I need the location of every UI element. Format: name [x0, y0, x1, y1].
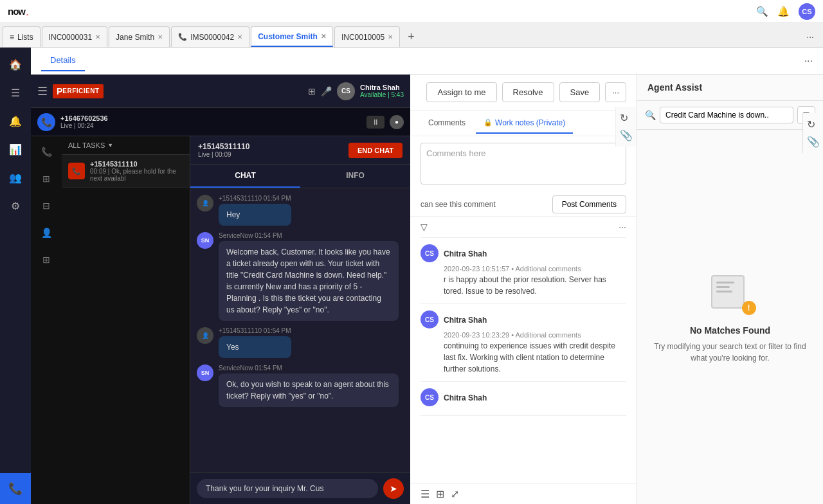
attachment-icon[interactable]: 📎 [620, 129, 633, 141]
msg-bubble-3: Yes [219, 336, 291, 358]
nav-phone-button[interactable]: 📞 [0, 473, 31, 504]
tab-inc0010005[interactable]: INC0010005 ✕ [334, 26, 400, 47]
task-icon: 📞 [68, 163, 85, 179]
send-message-button[interactable]: ➤ [383, 478, 404, 499]
nav-analytics[interactable]: 📊 [3, 136, 28, 162]
comments-textarea[interactable]: Comments here [421, 143, 626, 184]
agent-assist-search-input[interactable] [660, 107, 793, 123]
lists-icon: ≡ [10, 33, 14, 42]
msg-avatar-1: 👤 [197, 195, 213, 212]
hamburger-icon[interactable]: ☰ [37, 84, 48, 98]
details-more-button[interactable]: ··· [804, 55, 813, 67]
feed-avatar-1: CS [421, 244, 439, 262]
action-buttons-row: Assign to me Resolve Save ··· ↻ 📎 [410, 75, 637, 111]
tab-close-customer-smith[interactable]: ✕ [321, 33, 326, 40]
tab-jane-smith[interactable]: Jane Smith ✕ [109, 26, 170, 47]
grid-view-icon[interactable]: ⊞ [436, 488, 444, 500]
msg-avatar-2: SN [197, 232, 213, 249]
save-button[interactable]: Save [559, 82, 601, 102]
phone-widget-topbar: ☰ P ERFICIENT ⊞ 🎤 CS Chitra Shah Availab… [31, 75, 410, 108]
message-group-1: 👤 +15145311110 01:54 PM Hey [197, 195, 404, 226]
task-item[interactable]: 📞 +15145311110 00:09 | Ok, please hold f… [62, 155, 190, 188]
nav-home[interactable]: 🏠 [3, 51, 28, 77]
all-tasks-header[interactable]: ALL TASKS ▼ [62, 136, 190, 155]
agent-info-widget: Chitra Shah Available | 5:43 [360, 84, 404, 98]
feed-filter-bar: ▽ ··· [421, 217, 626, 238]
messages-area: 👤 +15145311110 01:54 PM Hey [190, 188, 410, 473]
left-nav: 🏠 ☰ 🔔 📊 👥 ⚙ 📞 [0, 48, 31, 504]
resolve-button[interactable]: Resolve [502, 82, 554, 102]
can-see-label: can see this comment [421, 200, 496, 209]
add-tab-button[interactable]: + [401, 26, 421, 47]
tab-ims0000042[interactable]: 📞 IMS0000042 ✕ [171, 26, 249, 47]
widget-nav-phone[interactable]: 📞 [33, 139, 59, 165]
tab-close-ims0000042[interactable]: ✕ [237, 33, 242, 40]
right-side-icons: ↻ 📎 [615, 107, 637, 147]
more-actions-button[interactable]: ··· [605, 82, 626, 102]
feed-item-2: CS Chitra Shah 2020-09-23 10:23:29 • Add… [421, 304, 626, 382]
tab-close-jane-smith[interactable]: ✕ [158, 33, 163, 40]
search-icon[interactable]: 🔍 [756, 6, 768, 17]
tab-customer-smith[interactable]: Customer Smith ✕ [251, 26, 333, 47]
nav-menu[interactable]: ☰ [3, 80, 28, 105]
lock-icon: 🔒 [484, 118, 493, 127]
no-matches-title: No Matches Found [690, 325, 770, 336]
nav-settings[interactable]: ⚙ [3, 193, 28, 219]
nav-alerts[interactable]: 🔔 [3, 108, 28, 134]
widget-nav-person[interactable]: 👤 [33, 220, 59, 246]
details-tab[interactable]: Details [41, 50, 85, 71]
comments-area: Comments here [410, 136, 637, 193]
filter-icon[interactable]: ▽ [421, 222, 428, 232]
notes-tabs: Comments 🔒 Work notes (Private) [410, 111, 637, 136]
list-view-icon[interactable]: ☰ [421, 488, 430, 500]
task-number: +15145311110 [90, 160, 183, 168]
grid-icon[interactable]: ⊞ [308, 86, 316, 96]
comments-tab[interactable]: Comments [421, 113, 473, 134]
nav-contacts[interactable]: 👥 [3, 165, 28, 190]
worknotes-tab[interactable]: 🔒 Work notes (Private) [476, 113, 573, 134]
notification-icon[interactable]: 🔔 [777, 6, 790, 17]
tab-close-inc0000031[interactable]: ✕ [95, 33, 100, 40]
widget-nav-grid2[interactable]: ⊞ [33, 247, 59, 273]
user-avatar-icon[interactable]: CS [799, 3, 815, 20]
no-matches-illustration: ! [705, 270, 756, 315]
feed-more-icon[interactable]: ··· [619, 222, 626, 232]
call-phone-button[interactable]: 📞 [37, 113, 55, 131]
msg-meta-3: +15145311110 01:54 PM [219, 327, 291, 334]
msg-avatar-3: 👤 [197, 327, 213, 344]
message-group-3: 👤 +15145311110 01:54 PM Yes [197, 327, 404, 358]
side-attachment-icon[interactable]: 📎 [807, 136, 820, 148]
chat-header: +15145311110 Live | 00:09 END CHAT [190, 136, 410, 165]
chat-tab-info[interactable]: INFO [300, 165, 410, 188]
no-matches-text: Try modifying your search text or filter… [650, 341, 810, 364]
chat-input-field[interactable] [197, 479, 378, 498]
post-comments-button[interactable]: Post Comments [552, 195, 626, 213]
chat-live-status: Live | 00:09 [198, 151, 249, 158]
end-chat-button[interactable]: END CHAT [348, 143, 402, 158]
agent-status-widget: Available | 5:43 [360, 91, 404, 98]
chat-phone-number: +15145311110 [198, 142, 249, 151]
msg-meta-2: ServiceNow 01:54 PM [219, 232, 399, 239]
tab-inc0000031[interactable]: INC0000031 ✕ [42, 26, 107, 47]
assign-to-me-button[interactable]: Assign to me [426, 82, 496, 102]
end-call-button[interactable]: ● [390, 115, 404, 129]
feed-user-3: Chitra Shah [444, 393, 487, 402]
side-refresh-icon[interactable]: ↻ [807, 118, 820, 130]
agent-name-widget: Chitra Shah [360, 84, 404, 91]
widget-nav-layers[interactable]: ⊞ [33, 166, 59, 192]
post-actions-row: can see this comment Post Comments [410, 193, 637, 217]
refresh-icon[interactable]: ↻ [620, 112, 633, 124]
expand-icon[interactable]: ⤢ [451, 488, 459, 500]
tab-lists[interactable]: ≡ Lists [3, 26, 41, 47]
phone-tab-icon: 📞 [178, 33, 187, 41]
mic-icon[interactable]: 🎤 [321, 86, 332, 96]
agent-panel-side-icons: ↻ 📎 [802, 113, 823, 153]
more-tabs-button[interactable]: ··· [800, 26, 820, 47]
tab-close-inc0010005[interactable]: ✕ [388, 33, 393, 40]
chat-tab-chat[interactable]: CHAT [190, 165, 300, 188]
feed-text-1: r is happy about the prior resolution. S… [444, 274, 626, 297]
widget-nav-table[interactable]: ⊟ [33, 193, 59, 219]
msg-avatar-4: SN [197, 364, 213, 381]
pause-call-button[interactable]: ⏸ [366, 116, 384, 129]
call-status: Live | 00:24 [60, 122, 108, 129]
